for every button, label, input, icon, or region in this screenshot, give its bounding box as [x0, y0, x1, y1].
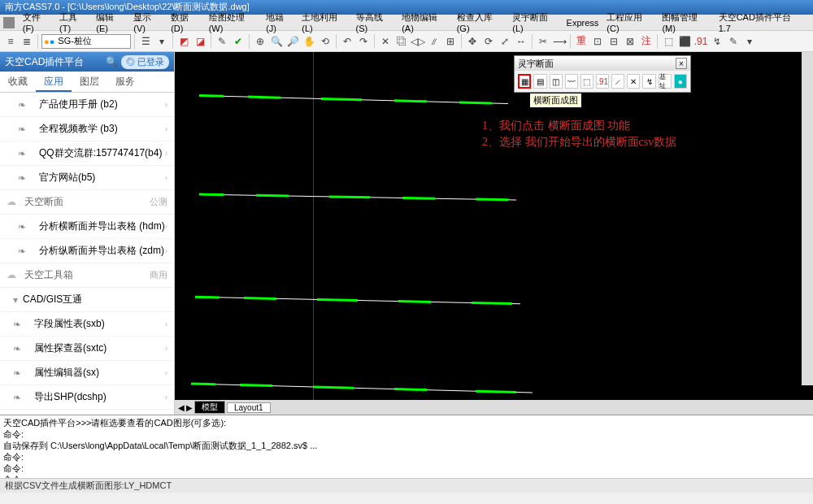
- zoom-prev-icon[interactable]: ⟲: [318, 34, 333, 49]
- wand-icon[interactable]: ✎: [215, 34, 229, 49]
- panel-titlebar[interactable]: 灵宇断面 ×: [515, 56, 690, 71]
- menu-lingyu[interactable]: 灵宇断面(L): [512, 11, 558, 33]
- scale-icon[interactable]: ⤢: [498, 34, 512, 49]
- misc-icon[interactable]: ↯: [710, 34, 724, 49]
- sidebar-item[interactable]: ❧导出SHP(dcshp)›: [0, 385, 174, 410]
- zoom-in-icon[interactable]: 🔍: [269, 34, 284, 49]
- tab-favorites[interactable]: 收藏: [0, 72, 36, 92]
- login-badge[interactable]: ◎ 已登录: [121, 55, 169, 69]
- misc-icon[interactable]: ✎: [726, 34, 741, 49]
- menu-feature-edit[interactable]: 地物编辑(A): [402, 11, 448, 33]
- mirror-icon[interactable]: ◁▷: [411, 34, 425, 49]
- misc-icon[interactable]: .91: [693, 34, 708, 49]
- redo-icon[interactable]: ↷: [356, 34, 371, 49]
- menu-engineering[interactable]: 工程应用(C): [606, 11, 654, 33]
- scrollbar-vertical[interactable]: [802, 52, 813, 385]
- sidebar-item[interactable]: ❧分析横断面并导出表格 (hdm)›: [0, 215, 174, 239]
- offset-icon[interactable]: ⫽: [427, 34, 441, 49]
- layer-combo[interactable]: ●● SG-桩位: [41, 34, 131, 49]
- menu-plugin[interactable]: 天空CAD插件平台1.7: [719, 11, 802, 33]
- misc-icon[interactable]: ⊟: [606, 34, 621, 49]
- panel-btn[interactable]: ▤: [533, 74, 546, 89]
- sidebar-item[interactable]: ❧字段属性表(sxb)›: [0, 312, 174, 337]
- panel-btn[interactable]: ●: [674, 74, 687, 89]
- misc-icon[interactable]: 重: [574, 34, 589, 49]
- zoom-extents-icon[interactable]: ⊕: [253, 34, 267, 49]
- tab-layout1[interactable]: Layout1: [227, 402, 271, 413]
- sidebar-item[interactable]: ❧官方网站(b5)›: [0, 166, 174, 190]
- menu-draw[interactable]: 绘图处理(W): [209, 11, 258, 33]
- drawing-area[interactable]: 灵宇断面 × ▦ ▤ ◫ 〰 ⬚ .91 ⟋ ✕ ↯ 基址 ● 横断面成图: [175, 52, 813, 415]
- undo-icon[interactable]: ↶: [340, 34, 354, 49]
- sidebar-body[interactable]: ❧产品使用手册 (b2)›❧全程视频教学 (b3)›❧QQ群交流群:157747…: [0, 93, 174, 415]
- menu-contour[interactable]: 等高线(S): [356, 11, 394, 33]
- layers-icon[interactable]: ≡: [3, 34, 18, 49]
- tab-apps[interactable]: 应用: [36, 72, 72, 92]
- array-icon[interactable]: ⊞: [443, 34, 458, 49]
- tab-nav-right[interactable]: ▶: [186, 403, 193, 412]
- sidebar-subgroup[interactable]: ▾CAD/GIS互通: [0, 288, 174, 312]
- tab-layers[interactable]: 图层: [72, 72, 107, 92]
- chevron-right-icon: ›: [165, 173, 167, 182]
- close-icon[interactable]: ×: [676, 58, 687, 69]
- sidebar-group[interactable]: ☁天空工具箱商用: [0, 263, 174, 288]
- panel-btn[interactable]: .91: [596, 74, 609, 89]
- layers2-icon[interactable]: ≣: [20, 34, 34, 49]
- command-window[interactable]: 天空CAD插件平台>>>请框选要查看的CAD图形(可多选): 命令: 自动保存到…: [0, 415, 813, 478]
- sidebar-item[interactable]: ❧QQ群交流群:157747417(b4)›: [0, 141, 174, 166]
- panel-btn[interactable]: 〰: [565, 74, 578, 89]
- menu-sheet[interactable]: 图幅管理(M): [662, 11, 710, 33]
- cross-section-button[interactable]: ▦: [518, 74, 531, 89]
- tab-model[interactable]: 模型: [194, 401, 225, 414]
- tool-icon[interactable]: ◩: [176, 34, 191, 49]
- check-icon[interactable]: ✔: [231, 34, 246, 49]
- panel-btn[interactable]: ⟋: [611, 74, 624, 89]
- tab-nav-left[interactable]: ◀: [178, 403, 185, 412]
- misc-icon[interactable]: 注: [639, 34, 654, 49]
- erase-icon[interactable]: ✕: [378, 34, 393, 49]
- canvas[interactable]: 灵宇断面 × ▦ ▤ ◫ 〰 ⬚ .91 ⟋ ✕ ↯ 基址 ● 横断面成图: [175, 52, 813, 400]
- menu-data[interactable]: 数据(D): [171, 11, 201, 33]
- misc-icon[interactable]: ⬛: [677, 34, 692, 49]
- menu-check[interactable]: 检查入库(G): [457, 11, 505, 33]
- search-icon[interactable]: 🔍: [106, 56, 118, 67]
- panel-btn[interactable]: ⬚: [580, 74, 593, 89]
- menu-view[interactable]: 显示(V): [133, 11, 163, 33]
- rotate-icon[interactable]: ⟳: [481, 34, 496, 49]
- trim-icon[interactable]: ✂: [536, 34, 550, 49]
- panel-btn[interactable]: ↯: [642, 74, 655, 89]
- menu-land[interactable]: 土地利用(L): [302, 11, 347, 33]
- misc-icon[interactable]: ⊠: [623, 34, 637, 49]
- sidebar-group[interactable]: ☁天空断面公测: [0, 190, 174, 215]
- stretch-icon[interactable]: ↔: [514, 34, 528, 49]
- props-icon[interactable]: ☰: [138, 34, 153, 49]
- panel-btn[interactable]: ◫: [550, 74, 563, 89]
- sidebar-item[interactable]: ❧属性探查器(sxtc)›: [0, 337, 174, 361]
- misc-icon[interactable]: ⊡: [590, 34, 605, 49]
- panel-title: 灵宇断面: [518, 58, 554, 70]
- misc-icon[interactable]: ▾: [742, 34, 757, 49]
- menu-tools[interactable]: 工具(T): [59, 11, 88, 33]
- copy-icon[interactable]: ⿻: [394, 34, 409, 49]
- menu-file[interactable]: 文件(F): [23, 11, 51, 33]
- misc-icon[interactable]: ⬚: [661, 34, 676, 49]
- zoom-out-icon[interactable]: 🔎: [285, 34, 300, 49]
- move-icon[interactable]: ✥: [465, 34, 480, 49]
- menu-express[interactable]: Express: [567, 18, 599, 28]
- pan-icon[interactable]: ✋: [302, 34, 316, 49]
- extend-icon[interactable]: ⟶: [552, 34, 567, 49]
- menu-edit[interactable]: 编辑(E): [96, 11, 125, 33]
- menu-cadastre[interactable]: 地籍(J): [266, 11, 293, 33]
- lingyu-panel[interactable]: 灵宇断面 × ▦ ▤ ◫ 〰 ⬚ .91 ⟋ ✕ ↯ 基址 ●: [514, 55, 691, 93]
- tab-services[interactable]: 服务: [107, 72, 143, 92]
- tool-icon[interactable]: ◪: [193, 34, 207, 49]
- sidebar-item[interactable]: ❧全程视频教学 (b3)›: [0, 117, 174, 141]
- panel-btn[interactable]: 基址: [659, 74, 672, 89]
- sidebar-item[interactable]: ❧产品使用手册 (b2)›: [0, 93, 174, 117]
- sidebar-item[interactable]: ❧属性编辑器(sx)›: [0, 361, 174, 385]
- dropdown-icon[interactable]: ▾: [154, 34, 169, 49]
- panel-btn[interactable]: ✕: [627, 74, 640, 89]
- sidebar-item[interactable]: ❧分析纵断面并导出表格 (zdm)›: [0, 239, 174, 263]
- panel-body: ▦ ▤ ◫ 〰 ⬚ .91 ⟋ ✕ ↯ 基址 ●: [515, 71, 690, 92]
- sidebar-item[interactable]: ❧导入SHP(drshp)›: [0, 410, 174, 415]
